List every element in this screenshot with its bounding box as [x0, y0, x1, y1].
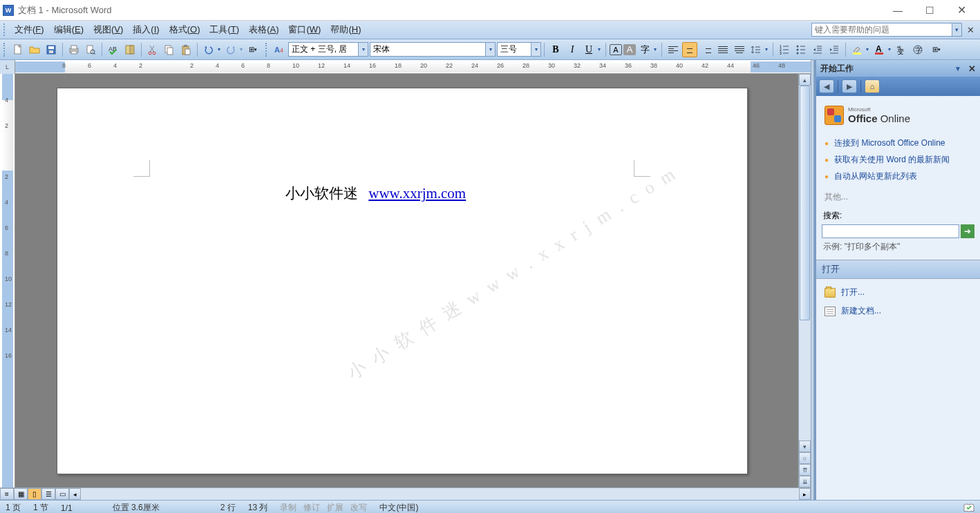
paste-icon[interactable] — [178, 42, 194, 57]
font-combo[interactable]: 宋体 — [370, 42, 486, 57]
status-extend[interactable]: 扩展 — [327, 502, 343, 513]
taskpane-back-icon[interactable]: ◀ — [819, 79, 834, 93]
cut-icon[interactable] — [145, 42, 160, 57]
toolbar-options-icon[interactable]: ⊞▾ — [245, 42, 261, 57]
prev-page-icon[interactable]: ⇈ — [799, 464, 811, 476]
open-icon[interactable] — [27, 42, 42, 57]
menu-help[interactable]: 帮助(H) — [326, 21, 366, 38]
toolbar-handle-1[interactable] — [3, 43, 8, 57]
reading-view-button[interactable]: ▭ — [55, 488, 69, 500]
new-document-link[interactable]: 新建文档... — [822, 302, 974, 320]
minimize-button[interactable]: — — [882, 1, 914, 20]
status-revision[interactable]: 修订 — [303, 502, 320, 513]
menu-view[interactable]: 视图(V) — [88, 21, 128, 38]
vertical-scrollbar[interactable]: ▴ ▾ ○ ⇈ ⇊ — [798, 74, 811, 487]
taskpane-search-input[interactable] — [822, 224, 959, 238]
taskpane-forward-icon[interactable]: ▶ — [842, 79, 857, 93]
new-doc-icon[interactable] — [10, 42, 26, 57]
font-color-button[interactable]: A — [871, 42, 887, 57]
horizontal-ruler[interactable]: L 86422468101214161820222426283032343638… — [0, 60, 811, 74]
document-body-text[interactable]: 小小软件迷 www.xxrjm.com — [285, 184, 466, 203]
align-left-button[interactable] — [666, 42, 681, 57]
menu-file[interactable]: 文件(F) — [10, 21, 49, 38]
document-canvas[interactable]: 小小软件迷 www.xxrjm.com 小 小 软 件 迷 w w w . x … — [15, 74, 798, 487]
next-page-icon[interactable]: ⇊ — [799, 476, 811, 487]
outline-view-button[interactable]: ☰ — [41, 488, 55, 500]
toolbar-handle-2[interactable] — [265, 43, 270, 57]
scroll-thumb[interactable] — [800, 86, 810, 320]
taskpane-link-item[interactable]: 自动从网站更新此列表 — [822, 168, 974, 184]
print-preview-icon[interactable] — [83, 42, 98, 57]
line-spacing-button[interactable] — [748, 42, 764, 57]
char-scaling-dropdown[interactable]: ▾ — [652, 46, 659, 52]
font-color-dropdown[interactable]: ▾ — [886, 46, 893, 52]
horizontal-scrollbar[interactable] — [93, 488, 787, 500]
research-icon[interactable] — [122, 42, 138, 57]
ruler-corner[interactable]: L — [0, 60, 15, 74]
underline-button[interactable]: U — [581, 42, 596, 57]
char-border-button[interactable]: A — [610, 44, 622, 55]
menubar-handle[interactable] — [3, 23, 8, 36]
help-search-dropdown[interactable]: ▾ — [952, 23, 962, 37]
undo-icon[interactable] — [201, 42, 216, 57]
enclose-char-button[interactable]: 字 — [910, 42, 925, 57]
menu-table[interactable]: 表格(A) — [244, 21, 283, 38]
size-combo-dropdown[interactable]: ▾ — [531, 42, 541, 57]
scroll-up-icon[interactable]: ▴ — [799, 74, 811, 86]
help-search-input[interactable] — [811, 23, 952, 37]
print-icon[interactable] — [66, 42, 82, 57]
close-button[interactable]: ✕ — [945, 1, 977, 20]
redo-dropdown[interactable]: ▾ — [238, 46, 245, 52]
align-right-button[interactable] — [699, 42, 714, 57]
highlight-button[interactable] — [849, 42, 865, 57]
scroll-down-icon[interactable]: ▾ — [799, 441, 811, 452]
copy-icon[interactable] — [162, 42, 177, 57]
menu-insert[interactable]: 插入(I) — [128, 21, 164, 38]
scroll-right-icon[interactable]: ▸ — [799, 488, 811, 500]
bullets-button[interactable] — [793, 42, 809, 57]
phonetic-guide-button[interactable]: ab变 — [894, 42, 909, 57]
align-center-button[interactable] — [682, 42, 697, 57]
search-go-button[interactable]: ➔ — [961, 224, 974, 238]
numbering-button[interactable]: 123 — [777, 42, 792, 57]
spellcheck-status-icon[interactable] — [963, 503, 974, 513]
open-file-link[interactable]: 打开... — [822, 283, 974, 302]
italic-button[interactable]: I — [565, 42, 580, 57]
menu-tools[interactable]: 工具(T) — [205, 21, 244, 38]
maximize-button[interactable]: ☐ — [914, 1, 945, 20]
taskpane-link-item[interactable]: 连接到 Microsoft Office Online — [822, 135, 974, 151]
menu-edit[interactable]: 编辑(E) — [49, 21, 88, 38]
increase-indent-button[interactable] — [827, 42, 842, 57]
char-scaling-button[interactable]: 字 — [637, 42, 652, 57]
style-combo-dropdown[interactable]: ▾ — [359, 42, 368, 57]
status-record[interactable]: 录制 — [280, 502, 296, 513]
char-shading-button[interactable]: A — [623, 44, 636, 55]
normal-view-button[interactable]: ≡ — [0, 488, 14, 500]
browse-object-icon[interactable]: ○ — [799, 452, 811, 464]
bold-button[interactable]: B — [548, 42, 563, 57]
menu-window[interactable]: 窗口(W) — [283, 21, 326, 38]
status-language[interactable]: 中文(中国) — [379, 502, 418, 513]
decrease-indent-button[interactable] — [810, 42, 825, 57]
document-hyperlink[interactable]: www.xxrjm.com — [368, 185, 466, 202]
doc-close-button[interactable]: ✕ — [965, 25, 976, 35]
spellcheck-icon[interactable]: AB — [106, 42, 121, 57]
scroll-left-icon[interactable]: ◂ — [69, 488, 81, 500]
save-icon[interactable] — [44, 42, 59, 57]
highlight-dropdown[interactable]: ▾ — [864, 46, 871, 52]
align-distribute-button[interactable] — [732, 42, 747, 57]
web-view-button[interactable]: ▦ — [14, 488, 28, 500]
vertical-ruler[interactable]: 42246810121416 — [0, 74, 15, 487]
status-overwrite[interactable]: 改写 — [350, 502, 367, 513]
font-combo-dropdown[interactable]: ▾ — [486, 42, 496, 57]
line-spacing-dropdown[interactable]: ▾ — [763, 46, 770, 52]
toolbar-options-2-icon[interactable]: ⊞▾ — [929, 42, 944, 57]
undo-dropdown[interactable]: ▾ — [216, 46, 223, 52]
styles-pane-icon[interactable]: A4 — [272, 42, 288, 57]
size-combo[interactable]: 三号 — [497, 42, 531, 57]
style-combo[interactable]: 正文 + 三号, 居 — [288, 42, 359, 57]
redo-icon[interactable] — [223, 42, 238, 57]
taskpane-other-link[interactable]: 其他... — [824, 191, 972, 203]
taskpane-dropdown-icon[interactable]: ▼ — [954, 65, 961, 72]
taskpane-close-icon[interactable]: ✕ — [968, 64, 976, 74]
